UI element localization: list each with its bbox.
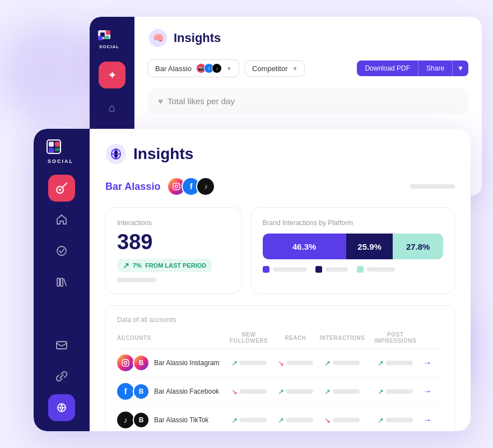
facebook-icon: f	[190, 182, 193, 191]
decoration-blob-1	[0, 22, 101, 123]
brain-icon-main	[105, 143, 127, 165]
legend-bar-tiktok	[367, 267, 395, 272]
svg-text:SOCIAL: SOCIAL	[48, 158, 73, 164]
svg-rect-19	[61, 278, 63, 286]
cell-reach-instagram: ↘	[275, 359, 317, 367]
col-header-interactions: Interactions	[317, 335, 368, 341]
sidebar-item-home[interactable]	[48, 206, 75, 233]
svg-rect-11	[49, 148, 54, 153]
platform-bar-tiktok: 27.8%	[393, 234, 443, 259]
account-avatars: f ♪	[167, 177, 215, 196]
col-action-facebook[interactable]: →	[423, 386, 443, 396]
arrow-up-interactions-instagram: ↗	[324, 359, 331, 367]
instagram-icon	[172, 182, 181, 191]
table-row: B Bar Alassio Instagram ↗ ↘ ↗ ↗	[117, 349, 443, 377]
cell-interactions-tiktok: ↘	[317, 416, 368, 424]
col-action-tiktok[interactable]: →	[423, 415, 443, 425]
goto-tiktok-button[interactable]: →	[423, 415, 432, 424]
legend-dot-tiktok	[357, 266, 364, 273]
back-header: 🧠 Insights	[148, 28, 468, 48]
magic-wand-icon	[55, 182, 68, 194]
svg-point-26	[178, 184, 179, 185]
heart-icon: ♥	[158, 96, 163, 106]
account-name: Bar Alassio	[105, 181, 160, 193]
facebook-logo: f	[124, 387, 127, 396]
platform-card: Brand Interactions by Platform 46.3% 25.…	[251, 207, 455, 294]
sidebar-item-insights[interactable]	[48, 394, 75, 421]
cell-impressions-tiktok: ↗	[368, 416, 423, 424]
brain-icon-back: 🧠	[148, 28, 168, 48]
table-section-title: Data of all accounts	[117, 316, 443, 324]
scroll-indicator	[410, 184, 455, 189]
col-action-instagram[interactable]: →	[423, 358, 443, 368]
svg-rect-4	[104, 36, 109, 39]
svg-rect-10	[55, 142, 60, 147]
bar-interactions-instagram	[333, 361, 360, 365]
goto-facebook-button[interactable]: →	[423, 386, 432, 396]
sidebar-item-library[interactable]	[48, 269, 75, 296]
home-icon: ⌂	[109, 101, 115, 114]
svg-point-17	[57, 246, 66, 255]
legend-dot-facebook	[315, 266, 322, 273]
back-account-select[interactable]: Bar Alassio 📷 f ♪ ▼	[148, 59, 239, 77]
interactions-card: Interactions 389 ↗ 7% FROM LAST PERIOD	[105, 207, 242, 294]
change-percent: 7%	[133, 262, 142, 269]
platform-bars: 46.3% 25.9% 27.8%	[263, 234, 443, 259]
bar-followers-tiktok	[240, 418, 267, 422]
arrow-up-icon: ↗	[123, 261, 129, 270]
download-pdf-button[interactable]: Download PDF	[357, 60, 418, 76]
link-icon	[55, 370, 68, 382]
cell-interactions-instagram: ↗	[317, 359, 368, 367]
interactions-value: 389	[117, 230, 230, 254]
row-name-instagram: Bar Alassio Instagram	[154, 359, 220, 367]
col-header-impressions: Post Impressions	[368, 332, 423, 344]
arrow-up-impressions-tiktok: ↗	[378, 416, 384, 424]
cell-followers-facebook: ↘	[224, 388, 275, 396]
back-sidebar-item-home[interactable]: ⌂	[99, 94, 125, 121]
logo-back: SOCIAL	[97, 26, 127, 50]
arrow-down-followers-facebook: ↘	[231, 388, 238, 396]
back-account-avatars: 📷 f ♪	[196, 63, 222, 73]
cell-reach-tiktok: ↗	[275, 416, 317, 424]
main-content: Insights Bar Alassio f	[90, 129, 471, 431]
page-title: Insights	[133, 145, 193, 163]
share-caret-button[interactable]: ▼	[452, 60, 468, 76]
bar-impressions-facebook	[386, 389, 413, 394]
interactions-label: Interactions	[117, 219, 230, 227]
bar-reach-tiktok	[286, 418, 313, 422]
back-section-header: ♥ Total likes per day	[148, 88, 468, 114]
svg-point-29	[127, 361, 128, 362]
arrow-up-reach-facebook: ↗	[278, 388, 284, 396]
sidebar-item-messages[interactable]	[48, 332, 75, 358]
account-select-label: Bar Alassio	[155, 64, 192, 73]
share-button[interactable]: Share	[418, 60, 452, 76]
cell-interactions-facebook: ↗	[317, 388, 368, 396]
svg-point-28	[124, 362, 127, 365]
col-header-accounts: Accounts	[117, 335, 224, 341]
goto-instagram-button[interactable]: →	[423, 358, 432, 367]
svg-rect-24	[173, 183, 180, 190]
platform-label: Brand Interactions by Platform	[263, 219, 443, 227]
arrow-up-followers-instagram: ↗	[231, 359, 238, 367]
table-header: Accounts New Followers Reach Interaction…	[117, 332, 443, 349]
bar-followers-instagram	[240, 361, 267, 365]
sidebar-item-links[interactable]	[48, 363, 75, 390]
back-card-content: 🧠 Insights Bar Alassio 📷 f ♪ ▼ Competito…	[134, 17, 482, 125]
front-card: SOCIAL	[34, 129, 471, 431]
platform-icon-instagram	[117, 354, 134, 371]
legend-instagram	[263, 266, 306, 273]
row-account-info-instagram: B Bar Alassio Instagram	[117, 354, 224, 371]
legend-dot-instagram	[263, 266, 269, 273]
sidebar-item-check[interactable]	[48, 237, 75, 264]
back-sidebar-item-magic[interactable]: ✦	[99, 62, 125, 88]
back-competitor-select[interactable]: Competitor ▼	[245, 60, 305, 77]
col-header-followers: New Followers	[224, 332, 275, 344]
platform-icon-tiktok: ♪	[117, 412, 134, 428]
svg-rect-9	[49, 142, 54, 147]
logo-front: SOCIAL	[45, 139, 78, 166]
account-row: Bar Alassio f ♪	[105, 177, 455, 196]
sidebar-item-magic[interactable]	[48, 175, 75, 202]
svg-text:SOCIAL: SOCIAL	[99, 44, 119, 49]
arrow-up-impressions-facebook: ↗	[378, 388, 384, 396]
bar-reach-facebook	[286, 389, 313, 394]
